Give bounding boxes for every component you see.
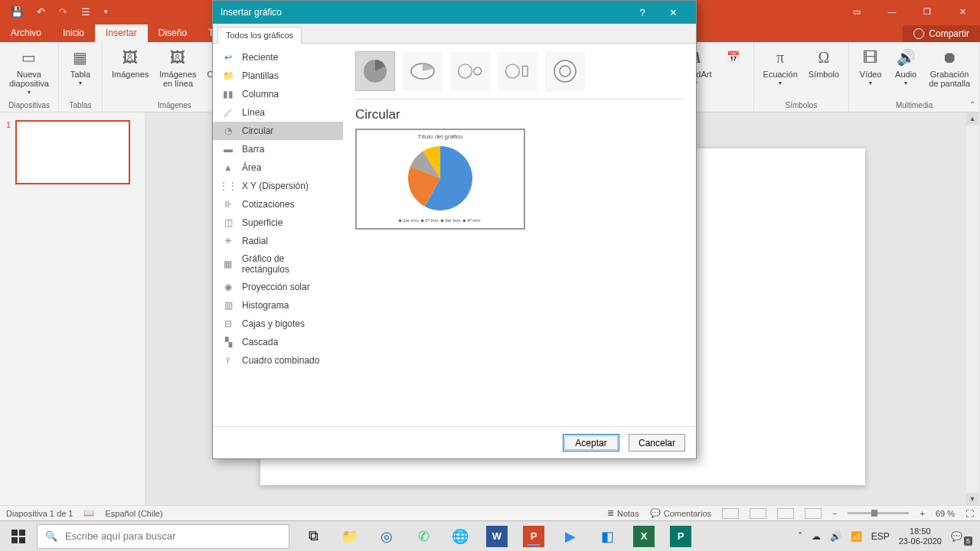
chart-category-list: ↩Reciente 📁Plantillas ▮▮Columna ／Línea ◔… (213, 44, 343, 426)
share-button[interactable]: Compartir (903, 25, 980, 42)
comments-button[interactable]: 💬Comentarios (650, 508, 711, 518)
category-reciente[interactable]: ↩Reciente (213, 48, 343, 67)
symbol-button[interactable]: Ω Símbolo (805, 45, 842, 80)
tab-diseno[interactable]: Diseño (148, 24, 198, 42)
wifi-icon[interactable]: 📶 (851, 531, 862, 542)
date-time-button[interactable]: 📅 (720, 45, 747, 70)
subtype-pie[interactable] (355, 51, 395, 91)
excel-icon[interactable]: X (633, 526, 655, 547)
category-columna[interactable]: ▮▮Columna (213, 85, 343, 103)
category-combinado[interactable]: ⫯Cuadro combinado (213, 351, 343, 370)
category-linea[interactable]: ／Línea (213, 103, 343, 122)
status-bar: Diapositiva 1 de 1 📖 Español (Chile) ≣No… (0, 505, 980, 520)
tab-all-charts[interactable]: Todos los gráficos (217, 27, 302, 44)
spellcheck-icon[interactable]: 📖 (83, 508, 94, 518)
vertical-scrollbar[interactable]: ▲ ▼ (966, 112, 978, 505)
reading-view-button[interactable] (777, 508, 794, 519)
category-proyeccion-solar[interactable]: ◉Proyección solar (213, 278, 343, 296)
screen-recording-button[interactable]: ⏺ Grabación de pantalla (926, 45, 973, 90)
subtype-bar-of-pie[interactable] (498, 51, 537, 91)
volume-icon[interactable]: 🔊 (830, 531, 841, 542)
redo-icon[interactable]: ↷ (59, 6, 67, 18)
normal-view-button[interactable] (722, 508, 739, 519)
touch-mode-icon[interactable]: ☰ (81, 6, 90, 18)
svg-point-6 (554, 60, 576, 82)
slide-preview[interactable] (15, 120, 130, 184)
video-button[interactable]: 🎞 Vídeo ▾ (855, 45, 886, 89)
images-button[interactable]: 🖼 Imágenes (109, 45, 152, 80)
combo-chart-icon: ⫯ (222, 354, 234, 367)
category-xy[interactable]: ⋮⋮X Y (Dispersión) (213, 177, 343, 195)
category-rectangulos[interactable]: ▦Gráfico de rectángulos (213, 250, 343, 278)
accept-button[interactable]: Aceptar (563, 434, 619, 452)
online-images-button[interactable]: 🖼 Imágenes en línea (156, 45, 199, 90)
slideshow-button[interactable] (805, 508, 822, 519)
notes-button[interactable]: ≣Notas (607, 508, 639, 518)
pie-chart-icon: ◔ (222, 125, 234, 137)
subtype-pie-3d[interactable] (403, 51, 443, 91)
powerpoint-icon[interactable]: P (523, 526, 544, 547)
tab-insertar[interactable]: Insertar (95, 24, 148, 42)
subtype-doughnut[interactable] (545, 51, 585, 91)
dialog-close-icon[interactable]: ✕ (658, 7, 688, 18)
category-cajas[interactable]: ⊟Cajas y bigotes (213, 315, 343, 333)
collapse-ribbon-icon[interactable]: ⌃ (969, 100, 975, 109)
equation-button[interactable]: π Ecuación ▾ (760, 45, 801, 89)
tray-overflow-icon[interactable]: ˄ (798, 531, 802, 542)
restore-icon[interactable]: ❐ (910, 0, 945, 23)
treemap-chart-icon: ▦ (222, 258, 234, 270)
onedrive-icon[interactable]: ☁ (812, 531, 821, 542)
category-cotizaciones[interactable]: ⊪Cotizaciones (213, 195, 343, 214)
zoom-slider[interactable] (848, 512, 909, 514)
taskbar-search[interactable]: 🔍 Escribe aquí para buscar (37, 524, 289, 549)
fit-to-window-button[interactable]: ⛶ (965, 509, 974, 518)
chart-preview[interactable]: Título del gráfico ■ 1er trim. ■ 2º trim… (355, 129, 525, 230)
table-button[interactable]: ▦ Tabla ▾ (65, 45, 96, 89)
scroll-up-icon[interactable]: ▲ (966, 112, 978, 125)
ribbon-display-icon[interactable]: ▭ (839, 0, 874, 23)
publisher-icon[interactable]: P (670, 526, 691, 547)
dialog-help-icon[interactable]: ? (627, 7, 658, 18)
category-plantillas[interactable]: 📁Plantillas (213, 67, 343, 85)
zoom-in-button[interactable]: + (920, 509, 924, 518)
category-area[interactable]: ▲Área (213, 158, 343, 177)
slide-number: 1 (6, 120, 11, 184)
zoom-level[interactable]: 69 % (936, 509, 955, 518)
qat-customize-icon[interactable]: ▾ (104, 8, 108, 15)
undo-icon[interactable]: ↶ (37, 6, 45, 18)
slide-sorter-button[interactable] (750, 508, 766, 519)
tab-archivo[interactable]: Archivo (0, 24, 52, 42)
edge-icon[interactable]: ◧ (590, 521, 625, 552)
new-slide-button[interactable]: ▭ Nueva diapositiva ▾ (6, 45, 52, 98)
save-icon[interactable]: 💾 (11, 6, 23, 18)
taskbar-clock[interactable]: 18:50 23-06-2020 (899, 527, 942, 545)
category-circular[interactable]: ◔Circular (213, 122, 343, 140)
scroll-down-icon[interactable]: ▼ (966, 493, 978, 505)
audio-button[interactable]: 🔊 Audio ▾ (890, 45, 921, 89)
slide-thumbnails-pane[interactable]: 1 (0, 112, 145, 505)
teamviewer-icon[interactable]: ◎ (369, 521, 404, 552)
zoom-icon[interactable]: ▶ (553, 521, 588, 552)
category-cascada[interactable]: ▚Cascada (213, 333, 343, 351)
tab-inicio[interactable]: Inicio (52, 24, 95, 42)
slide-thumbnail[interactable]: 1 (6, 120, 139, 184)
whatsapp-icon[interactable]: ✆ (406, 521, 441, 552)
category-radial[interactable]: ✳Radial (213, 232, 343, 250)
ime-indicator[interactable]: ESP (871, 531, 890, 542)
start-button[interactable] (0, 521, 37, 552)
language-indicator[interactable]: Español (Chile) (105, 509, 162, 518)
action-center-icon[interactable]: 💬 (951, 531, 962, 542)
subtype-pie-of-pie[interactable] (450, 51, 490, 91)
zoom-out-button[interactable]: − (832, 509, 837, 518)
minimize-icon[interactable]: — (874, 0, 910, 23)
task-view-button[interactable]: ⧉ (296, 521, 331, 552)
word-icon[interactable]: W (486, 526, 508, 547)
close-icon[interactable]: ✕ (945, 0, 980, 23)
chrome-icon[interactable]: 🌐 (443, 521, 478, 552)
category-histograma[interactable]: ▥Histograma (213, 296, 343, 315)
file-explorer-icon[interactable]: 📁 (332, 521, 368, 552)
chart-preview-legend: ■ 1er trim. ■ 2º trim. ■ 3er trim. ■ 4º … (399, 218, 482, 223)
category-barra[interactable]: ▬Barra (213, 140, 343, 158)
cancel-button[interactable]: Cancelar (629, 434, 685, 452)
category-superficie[interactable]: ◫Superficie (213, 214, 343, 232)
